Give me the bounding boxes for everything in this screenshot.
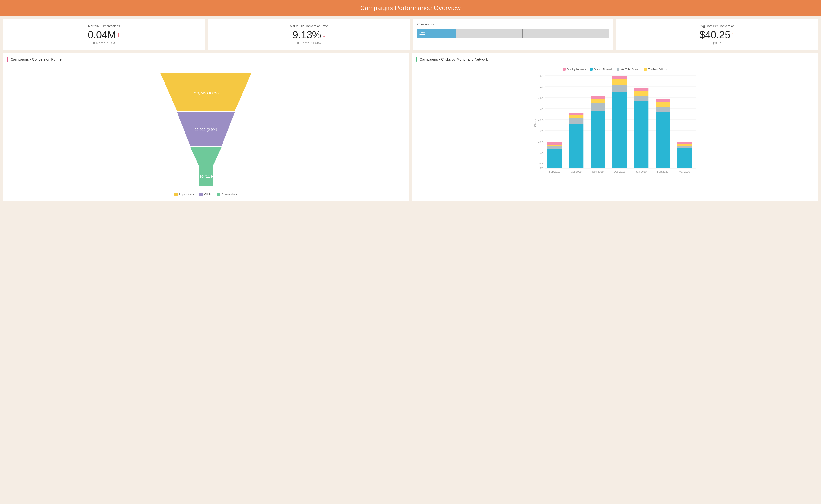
legend-search-network-label: Search Network: [594, 68, 613, 71]
bar-chart-svg: 4.5K 4K 3.5K 3K 2.5K 2K 1.5K 1K 0.5K 0K …: [416, 73, 815, 176]
bar-mar-yt-videos: [677, 144, 692, 146]
conversions-label: Conversions: [418, 22, 609, 26]
svg-text:Jan 2020: Jan 2020: [636, 170, 646, 173]
avg-cost-value: $40.25 ↑: [700, 30, 735, 40]
avg-cost-card: Avg Cost Per Conversion $40.25 ↑ $33.10: [616, 19, 818, 50]
svg-text:Sep 2019: Sep 2019: [549, 170, 560, 173]
impressions-sub: Feb 2020: 0.11M: [93, 42, 115, 45]
bar-feb-yt-search: [656, 107, 670, 112]
svg-text:Nov 2019: Nov 2019: [592, 170, 603, 173]
legend-youtube-search-dot: [617, 68, 620, 71]
bar-nov-yt-search: [591, 103, 605, 111]
legend-search-network-dot: [590, 68, 593, 71]
avg-cost-label: Avg Cost Per Conversion: [700, 24, 735, 28]
funnel-label-conversions: 2,493 (11.9%): [195, 174, 217, 178]
bar-nov-search: [591, 111, 605, 168]
bar-chart-panel-body: Display Network Search Network YouTube S…: [412, 65, 818, 201]
funnel-legend-impressions: Impressions: [174, 193, 195, 196]
svg-text:Mar 2020: Mar 2020: [679, 170, 690, 173]
svg-text:1K: 1K: [540, 151, 544, 154]
bar-oct-display: [569, 113, 583, 115]
bottom-panels: Campaigns - Conversion Funnel 733,745 (1…: [0, 53, 821, 204]
conversions-bar: 122: [418, 29, 609, 38]
bar-chart-accent-bar: [417, 57, 418, 62]
impressions-card: Mar 2020: Impressions 0.04M ↓ Feb 2020: …: [3, 19, 205, 50]
svg-text:4.5K: 4.5K: [538, 75, 544, 77]
conversion-rate-value: 9.13% ↓: [292, 30, 325, 40]
impressions-label: Mar 2020: Impressions: [88, 24, 120, 28]
bar-dec-search: [612, 92, 627, 168]
conversions-card: Conversions 122: [413, 19, 613, 50]
funnel-legend-clicks-label: Clicks: [204, 193, 212, 196]
legend-display-network: Display Network: [563, 68, 586, 71]
legend-youtube-videos-label: YouTube Videos: [648, 68, 667, 71]
conversion-rate-arrow-down-icon: ↓: [322, 31, 325, 38]
svg-text:Feb 2020: Feb 2020: [657, 170, 668, 173]
chart-legend: Display Network Search Network YouTube S…: [563, 68, 667, 71]
svg-text:0.5K: 0.5K: [538, 162, 544, 165]
bar-dec-display: [612, 76, 627, 79]
funnel-legend: Impressions Clicks Conversions: [174, 193, 238, 196]
legend-display-network-dot: [563, 68, 566, 71]
conversion-rate-card: Mar 2020: Conversion Rate 9.13% ↓ Feb 20…: [208, 19, 410, 50]
bar-sep-search: [547, 149, 562, 168]
conversions-bar-value: 122: [419, 31, 425, 35]
legend-search-network: Search Network: [590, 68, 613, 71]
bar-dec-yt-search: [612, 85, 627, 92]
bar-jan-yt-videos: [634, 91, 648, 96]
bar-oct-yt-videos: [569, 115, 583, 118]
funnel-legend-clicks-dot: [199, 193, 203, 196]
funnel-legend-conversions: Conversions: [217, 193, 238, 196]
legend-youtube-videos-dot: [644, 68, 647, 71]
funnel-panel-body: 733,745 (100%) 20,922 (2.9%) 2,493 (11.9…: [3, 65, 409, 201]
bar-sep-yt-search: [547, 146, 562, 149]
funnel-panel-title: Campaigns - Conversion Funnel: [11, 57, 62, 61]
legend-display-network-label: Display Network: [567, 68, 586, 71]
bar-feb-display: [656, 99, 670, 102]
funnel-legend-impressions-dot: [174, 193, 178, 196]
conversions-bar-fill: 122: [418, 29, 456, 38]
impressions-value: 0.04M ↓: [88, 30, 120, 40]
funnel-legend-conversions-label: Conversions: [221, 193, 238, 196]
funnel-label-impressions: 733,745 (100%): [193, 91, 219, 95]
svg-text:Clicks: Clicks: [534, 119, 537, 127]
svg-text:1.5K: 1.5K: [538, 140, 544, 143]
svg-text:4K: 4K: [540, 86, 544, 88]
bar-nov-display: [591, 96, 605, 99]
conversion-rate-label: Mar 2020: Conversion Rate: [290, 24, 328, 28]
top-metrics-row: Mar 2020: Impressions 0.04M ↓ Feb 2020: …: [0, 16, 821, 53]
avg-cost-arrow-up-icon: ↑: [731, 31, 735, 38]
conversions-bar-marker: [523, 29, 523, 38]
bar-jan-display: [634, 88, 648, 91]
bar-jan-search: [634, 101, 648, 168]
conversion-rate-sub: Feb 2020: 11.61%: [297, 42, 321, 45]
svg-text:0K: 0K: [540, 166, 544, 169]
bar-sep-yt-videos: [547, 145, 562, 146]
funnel-panel-header: Campaigns - Conversion Funnel: [3, 53, 409, 65]
page-title: Campaigns Performance Overview: [360, 4, 461, 12]
impressions-arrow-down-icon: ↓: [117, 31, 120, 38]
bar-chart-panel: Campaigns - Clicks by Month and Network …: [412, 53, 818, 201]
legend-youtube-videos: YouTube Videos: [644, 68, 667, 71]
funnel-legend-clicks: Clicks: [199, 193, 212, 196]
bar-chart-panel-title: Campaigns - Clicks by Month and Network: [420, 57, 488, 61]
bar-nov-yt-videos: [591, 99, 605, 103]
bar-jan-yt-search: [634, 96, 648, 101]
legend-youtube-search: YouTube Search: [617, 68, 640, 71]
funnel-accent-bar: [7, 57, 8, 62]
avg-cost-sub: $33.10: [713, 42, 722, 45]
bar-feb-search: [656, 112, 670, 168]
funnel-legend-impressions-label: Impressions: [179, 193, 195, 196]
svg-text:2K: 2K: [540, 129, 544, 132]
svg-text:Dec 2019: Dec 2019: [614, 170, 625, 173]
bar-dec-yt-videos: [612, 79, 627, 85]
bar-sep-display: [547, 142, 562, 145]
svg-text:3K: 3K: [540, 107, 544, 110]
bar-oct-yt-search: [569, 118, 583, 124]
funnel-label-clicks: 20,922 (2.9%): [195, 127, 217, 132]
bar-chart-wrapper: 4.5K 4K 3.5K 3K 2.5K 2K 1.5K 1K 0.5K 0K …: [416, 73, 815, 199]
svg-text:2.5K: 2.5K: [538, 118, 544, 121]
bar-oct-search: [569, 124, 583, 168]
bar-mar-yt-search: [677, 146, 692, 148]
legend-youtube-search-label: YouTube Search: [621, 68, 640, 71]
